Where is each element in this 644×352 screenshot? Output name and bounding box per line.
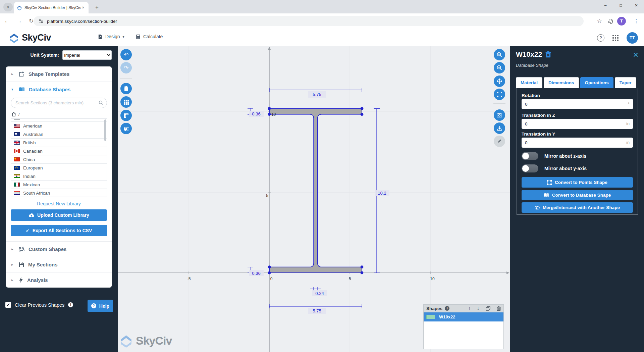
translation-y-input[interactable] <box>522 140 626 145</box>
back-icon[interactable]: ← <box>2 16 12 26</box>
undo-button[interactable]: ↶ <box>120 49 132 60</box>
library-item-american[interactable]: American <box>11 121 107 130</box>
export-all-sections-button[interactable]: ✔ Export All Sections to CSV <box>11 225 107 236</box>
skyciv-logo[interactable]: SkyCiv <box>9 32 51 43</box>
dim-bottom-width-label[interactable]: 5.75 <box>313 308 321 313</box>
library-item-indian[interactable]: Indian <box>11 172 107 180</box>
duplicate-icon[interactable] <box>486 306 490 311</box>
maximize-icon[interactable]: □ <box>613 0 629 11</box>
screenshot-button[interactable] <box>494 109 505 121</box>
sidebar-item-custom-shapes[interactable]: ▸ Custom Shapes <box>6 241 112 257</box>
extensions-icon[interactable] <box>608 18 614 24</box>
close-window-icon[interactable]: ✕ <box>629 0 644 11</box>
breadcrumb[interactable]: / <box>11 112 106 117</box>
dim-top-flange-label[interactable]: 0.36 <box>252 111 260 116</box>
unit-system-select[interactable]: Imperial <box>62 50 112 60</box>
dim-depth-label[interactable]: 10.2 <box>378 191 386 196</box>
search-input[interactable] <box>11 98 107 108</box>
library-item-australian[interactable]: Australian <box>11 130 107 138</box>
annotate-pencil-button[interactable] <box>494 136 505 147</box>
x-tick-label: 10 <box>430 276 435 281</box>
sidebar-item-my-sections[interactable]: ▸ My Sections <box>6 257 112 272</box>
library-item-british[interactable]: British <box>11 138 107 147</box>
user-avatar[interactable]: TT <box>627 32 638 44</box>
convert-to-points-button[interactable]: Convert to Points Shape <box>522 177 633 188</box>
minimize-icon[interactable]: – <box>598 0 613 11</box>
cloud-upload-icon <box>29 213 34 217</box>
pan-button[interactable] <box>494 76 505 87</box>
home-icon[interactable] <box>11 112 16 116</box>
browser-tab[interactable]: SkyCiv Section Builder | SkyCiv P ✕ <box>14 2 89 13</box>
delete-selected-shape-icon[interactable] <box>545 51 551 58</box>
tab-close-icon[interactable]: ✕ <box>80 5 86 10</box>
help-button[interactable]: ? Help <box>88 300 113 312</box>
move-down-icon[interactable]: ↓ <box>477 306 479 311</box>
shape-templates-icon <box>19 71 24 77</box>
upload-custom-library-button[interactable]: Upload Custom Library <box>11 209 107 221</box>
fit-view-button[interactable] <box>494 89 505 100</box>
url-field[interactable]: platform.skyciv.com/section-builder <box>34 16 584 26</box>
library-item-south-african[interactable]: South African <box>11 189 107 197</box>
flag-icon <box>14 149 20 153</box>
move-up-icon[interactable]: ↑ <box>468 306 471 311</box>
browser-profile-avatar[interactable]: T <box>617 17 626 26</box>
download-button[interactable] <box>494 122 505 134</box>
bookmark-star-icon[interactable]: ☆ <box>594 16 604 26</box>
library-item-mexican[interactable]: Mexican <box>11 180 107 189</box>
tab-taper[interactable]: Taper <box>615 77 636 88</box>
browser-menu-icon[interactable]: ⋮ <box>631 16 641 26</box>
tab-search-icon[interactable]: ▾ <box>3 3 13 11</box>
calculate-menu[interactable]: Calculate <box>136 34 163 39</box>
redo-button[interactable]: ↷ <box>120 62 132 73</box>
new-tab-button[interactable]: + <box>93 3 101 12</box>
translation-z-input[interactable] <box>522 121 626 127</box>
request-new-library-link[interactable]: Request New Library <box>6 201 112 206</box>
sidebar-item-database-shapes[interactable]: ▾ Database Shapes <box>6 82 112 97</box>
tab-operations[interactable]: Operations <box>580 77 613 88</box>
dim-web-label[interactable]: 0.24 <box>315 291 324 296</box>
ruler-icon <box>124 113 129 118</box>
close-panel-icon[interactable]: ✕ <box>633 51 639 59</box>
mirror-z-row: Mirror about z-axis <box>522 152 586 160</box>
convert-to-database-button[interactable]: Convert to Database Shape <box>522 190 633 200</box>
x-tick-label: 5 <box>349 276 351 281</box>
redo-icon: ↷ <box>124 64 128 71</box>
ruler-button[interactable] <box>120 110 132 121</box>
delete-button[interactable] <box>120 83 132 94</box>
forward-icon[interactable]: → <box>14 16 24 26</box>
mirror-z-toggle[interactable] <box>522 152 538 160</box>
dim-top-width-label[interactable]: 5.75 <box>313 92 321 97</box>
undo-icon: ↶ <box>124 51 128 58</box>
tab-material[interactable]: Material <box>516 77 542 88</box>
shape-list-item-selected[interactable]: W10x22 <box>424 312 503 321</box>
shape-type-subtitle: Database Shape <box>516 63 548 68</box>
sidebar-item-shape-templates[interactable]: ▸ Shape Templates <box>6 66 112 82</box>
delete-shape-icon[interactable] <box>497 306 501 311</box>
dim-bottom-flange-label[interactable]: 0.36 <box>252 271 260 276</box>
skyciv-logo-icon <box>9 32 19 43</box>
sidebar-item-analysis[interactable]: ▸ Analysis <box>6 272 112 288</box>
zoom-out-button[interactable] <box>494 62 505 73</box>
library-item-china[interactable]: China <box>11 155 107 163</box>
info-icon[interactable]: i <box>445 306 449 311</box>
grid-toggle-button[interactable] <box>120 96 132 108</box>
zoom-in-button[interactable] <box>494 49 505 60</box>
addressbar-right: ☆ T ⋮ <box>592 16 641 26</box>
clear-previous-shapes-checkbox[interactable]: ✔ <box>5 302 11 308</box>
apps-grid-icon[interactable] <box>612 35 619 41</box>
design-menu[interactable]: Design ▾ <box>98 34 124 39</box>
info-icon[interactable]: i <box>68 302 73 307</box>
mirror-y-toggle[interactable] <box>522 164 538 172</box>
library-item-partial[interactable]: Aluminum <box>11 118 107 121</box>
library-scrollbar[interactable] <box>104 119 106 141</box>
ibeam-section[interactable] <box>269 108 362 273</box>
merge-intersect-button[interactable]: Merge/Intersect with Another Shape <box>522 202 633 213</box>
header-help-icon[interactable]: ? <box>597 34 604 42</box>
sidebar-card: ▸ Shape Templates ▾ Database Shapes <box>6 66 112 288</box>
library-item-canadian[interactable]: Canadian <box>11 147 107 155</box>
tab-dimensions[interactable]: Dimensions <box>544 77 579 88</box>
rotation-input[interactable] <box>522 102 628 107</box>
library-item-european[interactable]: European <box>11 163 107 172</box>
site-info-icon[interactable] <box>38 18 44 24</box>
dimension-tool-button[interactable] <box>120 123 132 134</box>
